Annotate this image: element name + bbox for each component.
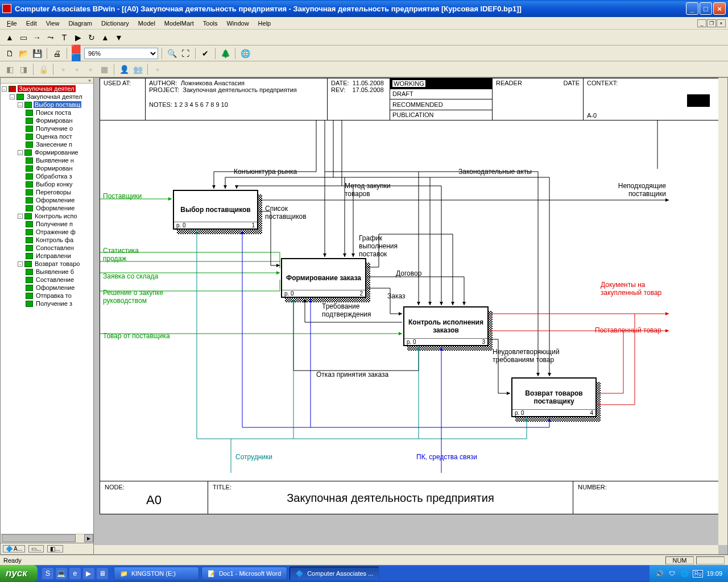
tree-item[interactable]: Обработка з [2, 172, 92, 180]
save-icon[interactable]: 💾 [31, 47, 43, 60]
system-tray[interactable]: 🔊 🛡 🌐 Ru 19:09 [650, 565, 728, 582]
canvas-vscroll[interactable] [718, 78, 727, 545]
sidebar-tab-diagrams[interactable]: ▭... [28, 545, 44, 552]
play-icon[interactable]: ▶ [72, 31, 84, 44]
text-tool-icon[interactable]: T [58, 31, 71, 44]
tree-item[interactable]: Оценка пост [2, 132, 92, 140]
minimize-button[interactable]: _ [686, 2, 698, 15]
menu-file[interactable]: File [2, 19, 22, 28]
lock-icon[interactable]: 🔒 [37, 63, 49, 76]
activity-box-1[interactable]: Выбор поставщиков p. 01 [173, 190, 258, 230]
ql-skype-icon[interactable]: S [42, 568, 53, 579]
tree-item[interactable]: Контроль фа [2, 236, 92, 244]
tree-item[interactable]: Оформление [2, 196, 92, 204]
tree-item[interactable]: Выбор конку [2, 180, 92, 188]
sidebar-hscroll[interactable]: ▶ [1, 534, 93, 543]
mdi-minimize-button[interactable]: _ [697, 19, 706, 27]
m4-icon[interactable]: ▫ [151, 63, 164, 76]
m1-icon[interactable]: ▫ [57, 63, 69, 76]
tree-item[interactable]: -Возврат товаро [2, 260, 92, 268]
start-button[interactable]: пуск [0, 565, 38, 582]
zoom-in-icon[interactable]: 🔍 [166, 47, 178, 60]
tree-item[interactable]: Сопоставлен [2, 244, 92, 252]
arrow-tool-icon[interactable]: → [31, 31, 43, 44]
tree-item[interactable]: Поиск поста [2, 109, 92, 117]
zoom-fit-icon[interactable]: ⛶ [179, 47, 192, 60]
tree-item[interactable]: Отправка то [2, 292, 92, 300]
tree-item[interactable]: -Формирование [2, 148, 92, 156]
ql-desktop-icon[interactable]: 🖥 [97, 568, 108, 579]
activity-box-2[interactable]: Формирование заказа p. 02 [281, 258, 366, 298]
m2-icon[interactable]: ▫ [71, 63, 83, 76]
menu-help[interactable]: Help [254, 19, 276, 28]
tray-shield-icon[interactable]: 🛡 [668, 569, 677, 578]
activity-box-4[interactable]: Возврат товаров поставщику p. 04 [511, 377, 597, 417]
db1-icon[interactable]: ◧ [3, 63, 16, 76]
ql-media-icon[interactable]: ▶ [83, 568, 94, 579]
open-icon[interactable]: 📂 [17, 47, 30, 60]
menu-view[interactable]: View [42, 19, 64, 28]
tree-root[interactable]: -Закупочная деятел [2, 85, 92, 93]
zoom-select[interactable]: 96% [84, 48, 158, 59]
box-tool-icon[interactable]: ▭ [17, 31, 30, 44]
menu-edit[interactable]: Edit [22, 19, 42, 28]
maximize-button[interactable]: □ [700, 2, 712, 15]
menu-tools[interactable]: Tools [198, 19, 222, 28]
tray-clock[interactable]: 19:09 [706, 570, 722, 577]
m3-icon[interactable]: ▫ [84, 63, 97, 76]
tree-item[interactable]: Получение п [2, 220, 92, 228]
sidebar-tab-objects[interactable]: ◧... [47, 545, 63, 552]
ql-ie-icon[interactable]: e [69, 568, 81, 579]
mdi-close-button[interactable]: × [717, 19, 726, 27]
activity-box-3[interactable]: Контроль исполнения заказов p. 03 [403, 306, 489, 346]
tree-item[interactable]: Составление [2, 276, 92, 284]
taskbar-item-bpwin[interactable]: 🔷 Computer Associates ... [289, 567, 379, 580]
diagram-body[interactable]: Выбор поставщиков p. 01 Формирование зак… [100, 120, 721, 481]
tree-item[interactable]: Выявление н [2, 156, 92, 164]
person1-icon[interactable]: 👤 [118, 63, 130, 76]
down-triangle-icon[interactable]: ▼ [113, 31, 125, 44]
tray-sound-icon[interactable]: 🔊 [655, 569, 664, 578]
tree-item[interactable]: Отражение ф [2, 228, 92, 236]
globe-icon[interactable]: 🌐 [239, 47, 251, 60]
tree-item[interactable]: Выявление б [2, 268, 92, 276]
tray-network-icon[interactable]: 🌐 [680, 569, 689, 578]
tree-item[interactable]: -Закупочная деятел [2, 93, 92, 101]
up-triangle-icon[interactable]: ▲ [99, 31, 111, 44]
print-icon[interactable]: 🖨 [51, 47, 63, 60]
menu-model[interactable]: Model [134, 19, 160, 28]
tree-item[interactable]: Получение з [2, 300, 92, 307]
canvas-hscroll[interactable] [94, 545, 718, 554]
close-button[interactable]: × [713, 2, 726, 15]
taskbar-item-word[interactable]: 📝 Doc1 - Microsoft Word [201, 567, 287, 580]
menu-dictionary[interactable]: Dictionary [97, 19, 134, 28]
ql-mycomputer-icon[interactable]: 💻 [56, 568, 67, 579]
tray-language[interactable]: Ru [693, 570, 704, 577]
sidebar-tab-activities[interactable]: 🔷 A... [3, 545, 25, 552]
tree-item[interactable]: Переговоры [2, 188, 92, 196]
color-icon[interactable]: 🟥🟦 [71, 47, 83, 60]
menu-window[interactable]: Window [222, 19, 253, 28]
person2-icon[interactable]: 👥 [131, 63, 144, 76]
taskbar-item-kingston[interactable]: 📁 KINGSTON (E:) [114, 567, 199, 580]
tree-item[interactable]: Оформление [2, 204, 92, 212]
refresh-icon[interactable]: ↻ [85, 31, 98, 44]
spellcheck-icon[interactable]: ✔ [199, 47, 212, 60]
tree-item[interactable]: Формирован [2, 117, 92, 124]
tree-item[interactable]: Формирован [2, 164, 92, 172]
mdi-restore-button[interactable]: ❐ [707, 19, 716, 27]
db2-icon[interactable]: ◨ [17, 63, 30, 76]
sidebar-close-icon[interactable]: × [1, 78, 93, 84]
tree-item[interactable]: Исправлени [2, 252, 92, 260]
tree-item[interactable]: -Контроль испо [2, 212, 92, 220]
tree-item[interactable]: Получение о [2, 124, 92, 132]
tree-item-selected[interactable]: -Выбор поставщ [2, 101, 92, 109]
tree-item[interactable]: Оформление [2, 284, 92, 292]
tree-icon[interactable]: 🌲 [219, 47, 231, 60]
pointer-tool-icon[interactable]: ▲ [3, 31, 16, 44]
grid-icon[interactable]: ▦ [98, 63, 110, 76]
diagram-canvas[interactable]: USED AT: AUTHOR: Ложникова Анастасия PRO… [94, 77, 728, 555]
squiggle-tool-icon[interactable]: ⤳ [44, 31, 57, 44]
menu-diagram[interactable]: Diagram [64, 19, 97, 28]
tree-item[interactable]: Занесение п [2, 140, 92, 148]
